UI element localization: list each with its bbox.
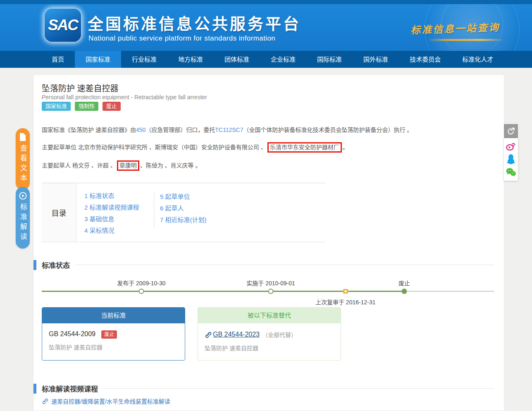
qq-icon[interactable] [506, 154, 516, 165]
section-rule [76, 265, 494, 265]
section-accent-bar [33, 260, 36, 270]
drafters-label: 主要起草人 [42, 162, 71, 169]
play-icon [19, 192, 27, 200]
replacement-note: （全部代替） [262, 330, 297, 339]
replacement-standard-name: 坠落防护 速差自控器 [205, 344, 334, 352]
weibo-icon[interactable] [506, 142, 516, 151]
timeline-label-review: 上次复审于 2016-12-31 [315, 298, 376, 306]
current-standard-card: 当前标准 GB 24544-2009 废止 坠落防护 速差自控器 [42, 307, 185, 361]
share-icon [507, 127, 515, 135]
document-icon [19, 133, 26, 141]
annotation-box-org: 乐清市华东安全防护器材厂 [267, 142, 342, 153]
site-header: SAC 全国标准信息公共服务平台 National public service… [0, 4, 532, 51]
annotation-box-person: 章康明 [117, 160, 139, 171]
toc-column-2: 5 起草单位 6 起草人 7 相近标准(计划) [154, 191, 249, 227]
share-panel [504, 138, 518, 181]
drafting-org-list: 北京市劳动保护科学研究所 、斯博瑞安（中国）安全防护设备有限公司 、 [76, 144, 267, 151]
share-button[interactable] [504, 124, 518, 138]
link-icon [42, 398, 48, 404]
video-course-link[interactable]: 速差自控器/缓降装置/水平生命线装置标准解读 [51, 397, 170, 405]
current-standard-card-body: GB 24544-2009 废止 坠落防护 速差自控器 [42, 323, 185, 351]
slogan-underline [429, 39, 503, 41]
video-link-row: 速差自控器/缓降装置/水平生命线装置标准解读 [42, 397, 494, 411]
timeline-label-published: 发布于 2009-10-30 [117, 279, 166, 287]
link-icon [205, 331, 212, 338]
standard-interpretation-label: 标准解读 [16, 203, 30, 243]
video-section-header: 标准解读视频课程 [33, 383, 494, 394]
status-section-title: 标准状态 [42, 260, 70, 270]
toc-item-adoption[interactable]: 4 采标情况 [84, 225, 154, 237]
timeline-node-abolished [402, 289, 407, 294]
toc-item-drafting-org[interactable]: 5 起草单位 [160, 191, 249, 203]
sac-logo[interactable]: SAC [45, 9, 81, 42]
top-strip [0, 0, 532, 4]
toc-label: 目录 [42, 183, 76, 242]
nav-item-industry-standards[interactable]: 行业标准 [121, 51, 167, 68]
section-accent-bar [33, 384, 36, 394]
link-450[interactable]: 450 [136, 127, 146, 133]
current-standard-name: 坠落防护 速差自控器 [49, 343, 178, 351]
timeline-node-published [138, 289, 144, 294]
nav-item-group-standards[interactable]: 团体标准 [214, 51, 260, 68]
table-of-contents: 目录 1 标准状态 2 标准解读视频课程 3 基础信息 4 采标情况 5 起草单… [42, 183, 325, 242]
intro-paragraph: 国家标准《坠落防护 速差自控器》由450（应急管理部）归口，委托TC112SC7… [42, 125, 496, 134]
section-rule [104, 388, 494, 389]
share-rail [504, 124, 518, 181]
drafting-org-end: 。 [343, 144, 348, 151]
standard-interpretation-button[interactable]: 标准解读 [16, 187, 30, 249]
wechat-icon[interactable] [506, 167, 516, 177]
current-standard-abolished-badge: 废止 [101, 330, 117, 339]
nav-item-enterprise-standards[interactable]: 企业标准 [260, 51, 306, 68]
nav-item-national-standards[interactable]: 国家标准 [75, 51, 121, 68]
site-title: 全国标准信息公共服务平台 [88, 11, 301, 34]
status-section-header: 标准状态 [33, 260, 494, 270]
main-nav: 首页 国家标准 行业标准 地方标准 团体标准 企业标准 国际标准 国外标准 技术… [0, 51, 532, 68]
replacement-standard-card: 被以下标准替代 GB 24544-2023 （全部代替） 坠落防护 速差自控器 [198, 307, 341, 361]
replacement-standard-link[interactable]: GB 24544-2023 [213, 331, 260, 338]
nav-item-technical-committee[interactable]: 技术委员会 [399, 51, 451, 68]
content-card: 坠落防护 速差自控器 Personal fall protection equi… [33, 74, 504, 411]
drafters-list-1: 杨文芬 、许超 、 [71, 162, 116, 169]
badge-mandatory: 强制性 [75, 102, 98, 111]
toc-column-1: 1 标准状态 2 标准解读视频课程 3 基础信息 4 采标情况 [84, 190, 154, 242]
badge-national-standard: 国家标准 [42, 102, 71, 111]
toc-item-basic-info[interactable]: 3 基础信息 [84, 213, 154, 225]
intro-text-3: （全国个体防护装备标准化技术委员会坠落防护装备分会）执行 。 [243, 127, 413, 133]
timeline-node-implemented [268, 289, 274, 294]
replacement-card-body: GB 24544-2023 （全部代替） 坠落防护 速差自控器 [198, 323, 341, 352]
view-text-label: 查看文本 [16, 144, 30, 184]
nav-item-home[interactable]: 首页 [41, 51, 75, 68]
standard-title-english: Personal fall protection equipment - Ret… [42, 94, 207, 100]
toc-item-video-course[interactable]: 2 标准解读视频课程 [84, 202, 154, 213]
drafting-org-paragraph: 主要起草单位 北京市劳动保护科学研究所 、斯博瑞安（中国）安全防护设备有限公司 … [42, 142, 496, 153]
badge-row: 国家标准 强制性 废止 [42, 102, 121, 111]
timeline-track-active [42, 291, 404, 292]
replacement-card-header: 被以下标准替代 [198, 308, 341, 323]
site-subtitle: National public service platform for sta… [88, 34, 275, 43]
current-standard-code: GB 24544-2009 [49, 330, 95, 337]
nav-item-foreign-standards[interactable]: 国外标准 [353, 51, 399, 68]
view-text-button[interactable]: 查看文本 [16, 128, 30, 190]
toc-item-drafters[interactable]: 6 起草人 [160, 203, 249, 214]
nav-item-international-standards[interactable]: 国际标准 [306, 51, 353, 68]
summary-paragraphs: 国家标准《坠落防护 速差自控器》由450（应急管理部）归口，委托TC112SC7… [42, 125, 496, 179]
drafting-org-label: 主要起草单位 [42, 144, 76, 151]
drafters-list-2: 、陈倬为 、肖义庆等 。 [140, 162, 201, 169]
badge-abolished: 废止 [103, 102, 121, 111]
sac-logo-text: SAC [48, 17, 78, 34]
toc-item-status[interactable]: 1 标准状态 [84, 190, 154, 202]
drafters-paragraph: 主要起草人 杨文芬 、许超 、章康明、陈倬为 、肖义庆等 。 [42, 160, 496, 171]
standard-title: 坠落防护 速差自控器 [42, 82, 119, 94]
nav-item-standardization-talent[interactable]: 标准化人才 [451, 51, 504, 68]
nav-item-local-standards[interactable]: 地方标准 [167, 51, 214, 68]
toc-links: 1 标准状态 2 标准解读视频课程 3 基础信息 4 采标情况 5 起草单位 6… [76, 183, 249, 242]
timeline-label-implemented: 实施于 2010-09-01 [246, 279, 295, 287]
timeline-node-review [343, 289, 348, 294]
intro-text-2: （应急管理部）归口，委托 [146, 127, 215, 133]
toc-item-similar-standards[interactable]: 7 相近标准(计划) [160, 214, 249, 226]
video-section-title: 标准解读视频课程 [42, 383, 98, 394]
status-timeline: 发布于 2009-10-30 实施于 2010-09-01 上次复审于 2016… [42, 275, 494, 303]
current-standard-card-header: 当前标准 [42, 308, 185, 323]
link-tc112sc7[interactable]: TC112SC7 [215, 127, 243, 133]
timeline-label-abolished: 废止 [398, 279, 410, 287]
